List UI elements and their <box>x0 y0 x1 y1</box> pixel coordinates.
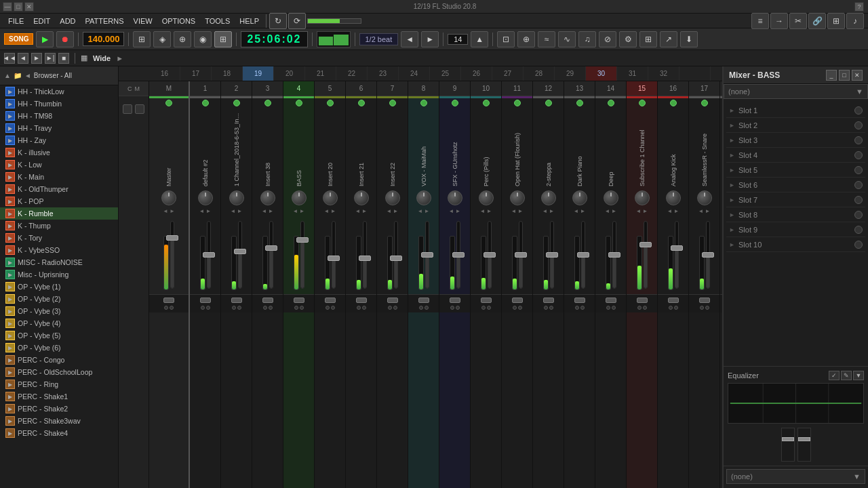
ch-knob-sfx[interactable] <box>448 190 462 205</box>
ch-rocker-default[interactable] <box>200 298 211 303</box>
channel-strip-ins38[interactable]: 3 Insert 38 ◄ ► <box>252 81 283 488</box>
sidebar-back[interactable]: ◄ <box>24 72 31 79</box>
channel-strip-1ch[interactable]: 2 1 Channel_2018-6-53_Insert 8 ◄ ► <box>221 81 252 488</box>
ch-knob-vox[interactable] <box>416 190 431 205</box>
sidebar-item[interactable]: ▶ PERC - Shake1 <box>0 390 118 403</box>
slot-item-2[interactable]: ► Slot 2 <box>726 118 865 133</box>
wave-button[interactable]: ≈ <box>538 31 555 47</box>
nav-end[interactable]: ►| <box>45 53 56 64</box>
marker-button[interactable]: ⊘ <box>599 31 616 47</box>
nav-back[interactable]: ◄◄ <box>4 53 15 64</box>
ch-fader-handle[interactable] <box>484 252 496 258</box>
ch-rocker-sfx[interactable] <box>450 298 460 303</box>
sidebar-item[interactable]: ▶ HH - TM98 <box>0 110 118 122</box>
ch-number-2steppa[interactable]: 12 <box>533 81 564 96</box>
ch-fader-openhat[interactable] <box>519 221 523 289</box>
measure-number-extra[interactable] <box>679 66 711 81</box>
ch-knob-perc[interactable] <box>479 190 494 205</box>
ch-send-dark[interactable] <box>576 100 583 106</box>
measure-number[interactable]: 24 <box>399 66 430 81</box>
sidebar-item[interactable]: ▶ OP - Vybe (3) <box>0 305 118 317</box>
ch-fader-vox[interactable] <box>425 221 429 289</box>
ch-send-sfx[interactable] <box>452 100 458 106</box>
song-button[interactable]: SONG <box>4 33 33 45</box>
slot-item-8[interactable]: ► Slot 8 <box>726 207 865 222</box>
ch-rocker-vox[interactable] <box>418 298 429 303</box>
menu-add[interactable]: ADD <box>56 16 79 26</box>
ch-rocker-openhat[interactable] <box>512 298 523 303</box>
ch-knob-ins20[interactable] <box>323 190 338 205</box>
ch-fader-bass[interactable] <box>300 221 304 289</box>
ch-fader-default[interactable] <box>207 221 211 289</box>
ch-send-deep[interactable] <box>608 100 614 106</box>
settings-button[interactable]: ⚙ <box>619 31 637 47</box>
slot-item-6[interactable]: ► Slot 6 <box>726 178 865 192</box>
ch-fader-perc[interactable] <box>488 221 492 289</box>
ch-fader-handle[interactable] <box>265 245 277 251</box>
ch-fader-sfx[interactable] <box>456 221 460 289</box>
maximize-button[interactable]: □ <box>14 2 23 12</box>
channel-strip-dark[interactable]: 13 Dark Piano ◄ ► <box>564 81 595 488</box>
ch-send-2steppa[interactable] <box>545 100 552 106</box>
measure-number[interactable]: 17 <box>180 66 212 81</box>
help-button[interactable]: ? <box>854 2 864 12</box>
loop-button[interactable]: ⟳ <box>288 13 306 29</box>
ch-fader-handle[interactable] <box>639 242 652 247</box>
sidebar-item[interactable]: ▶ HH - Travy <box>0 122 118 134</box>
measure-number[interactable]: 19 <box>243 66 274 81</box>
cpu-button[interactable]: ⊕ <box>174 31 191 47</box>
record-button[interactable]: ⏺ <box>56 31 74 47</box>
measure-number[interactable]: 20 <box>274 66 305 81</box>
ch-number-bass[interactable]: 4 <box>283 81 314 96</box>
channel-strip-ins22[interactable]: 7 Insert 22 ◄ ► <box>377 81 408 488</box>
sidebar-item[interactable]: ▶ K - POP <box>0 195 118 207</box>
zoom-button[interactable]: ⊞ <box>639 31 657 47</box>
ch-knob-default[interactable] <box>198 190 213 205</box>
rp-minimize[interactable]: _ <box>826 70 837 81</box>
ch-fader-M[interactable] <box>170 221 174 289</box>
ch-number-sfx[interactable]: 9 <box>439 81 470 96</box>
ch-rocker-2steppa[interactable] <box>543 298 554 303</box>
channel-strip-default[interactable]: 1 default #2 ◄ ► <box>190 81 221 488</box>
pattern-button[interactable]: ◈ <box>153 31 171 47</box>
ch-send-seamless[interactable] <box>701 100 708 106</box>
measure-number[interactable]: 21 <box>305 66 336 81</box>
ch-fader-ins22[interactable] <box>394 221 398 289</box>
measure-number[interactable]: 26 <box>461 66 492 81</box>
measure-number[interactable]: 25 <box>430 66 461 81</box>
ch-send-ins38[interactable] <box>264 100 271 106</box>
mixer-active-button[interactable]: ⊞ <box>214 31 232 47</box>
ch-fader-sub[interactable] <box>644 221 648 289</box>
nav-prev[interactable]: ◄ <box>18 53 28 64</box>
ch-fader-dark[interactable] <box>581 221 585 289</box>
ch-rocker-ins20[interactable] <box>325 298 336 303</box>
ch-number-dark[interactable]: 13 <box>564 81 595 96</box>
menu-view[interactable]: VIEW <box>130 16 157 26</box>
ch-knob-ins21[interactable] <box>354 190 369 205</box>
measure-number-extra[interactable] <box>711 66 722 81</box>
sidebar-item[interactable]: ▶ HH - Zay <box>0 134 118 146</box>
sidebar-item[interactable]: ▶ PERC - Shake3wav <box>0 415 118 427</box>
ch-fader-handle[interactable] <box>234 249 246 254</box>
play-button[interactable]: ▶ <box>36 31 54 47</box>
sidebar-item[interactable]: ▶ OP - Vybe (6) <box>0 342 118 354</box>
sidebar-item[interactable]: ▶ OP - Vybe (4) <box>0 317 118 329</box>
sidebar-item[interactable]: ▶ OP - Vybe (1) <box>0 281 118 293</box>
channel-strip-2steppa[interactable]: 12 2-steppa ◄ ► <box>533 81 564 488</box>
measure-number[interactable]: 28 <box>524 66 555 81</box>
channel-strip-vox[interactable]: 8 VOX - MaiMah ◄ ► <box>408 81 439 488</box>
ch-send-default[interactable] <box>202 100 209 106</box>
rp-fader-handle-2[interactable] <box>798 437 810 441</box>
ch-number-openhat[interactable]: 11 <box>502 81 532 96</box>
sidebar-item[interactable]: ▶ OP - Vybe (2) <box>0 293 118 305</box>
ch-send-perc[interactable] <box>483 100 490 106</box>
ch-send-openhat[interactable] <box>514 100 521 106</box>
pattern-number[interactable]: 14 <box>448 34 468 45</box>
sidebar-item[interactable]: ▶ PERC - OldSchoolLoop <box>0 366 118 378</box>
ch-send-sub[interactable] <box>639 100 646 106</box>
channel-strip-ins21[interactable]: 6 Insert 21 ◄ ► <box>346 81 377 488</box>
ch-fader-handle[interactable] <box>671 245 683 251</box>
ch-fader-handle[interactable] <box>546 252 558 258</box>
ch-knob-dark[interactable] <box>572 190 587 205</box>
channel-strip-seamless[interactable]: 17 SeamlessR - Snare ◄ ► <box>689 81 720 488</box>
